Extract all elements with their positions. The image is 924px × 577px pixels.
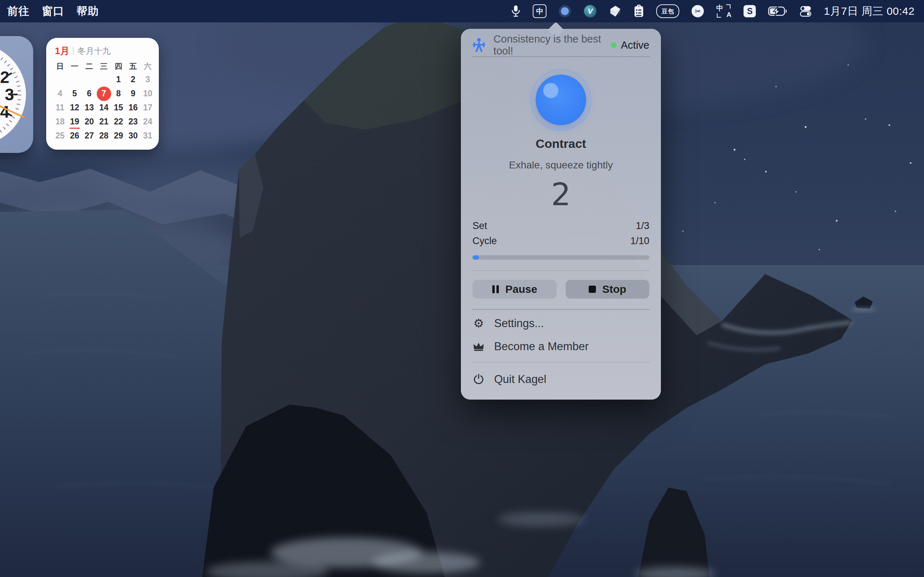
set-stat-row: Set 1/3 (472, 219, 649, 234)
controls-row: Pause Stop (472, 280, 649, 298)
quit-label: Quit Kagel (494, 373, 546, 386)
become-member-menu-item[interactable]: Become a Member (472, 337, 649, 357)
popover-header: Consistency is the best tool! Active (472, 34, 649, 56)
calendar-day: 25 (53, 129, 68, 143)
breath-circle-highlight (543, 83, 558, 98)
input-method-icon[interactable]: 中 (533, 4, 546, 18)
weekday-tue: 二 (82, 60, 97, 73)
cube-app-icon[interactable] (609, 5, 622, 17)
calendar-day: 12 (68, 101, 82, 115)
cycle-value: 1/10 (630, 235, 649, 247)
stop-button[interactable]: Stop (565, 280, 650, 298)
menu-bar-status-items: 中 V 豆包 ✂ 中 A S 1月7日 周三 00:42 (511, 0, 914, 23)
calendar-grid: 日 一 二 三 四 五 六 1 2 3 4 5 6 7 8 9 10 11 12… (53, 60, 152, 143)
calendar-day: 10 (141, 87, 155, 101)
weekday-mon: 一 (68, 60, 82, 73)
clock-number-3: 3 (5, 85, 14, 104)
session-progress-fill (472, 255, 479, 259)
microphone-icon[interactable] (511, 5, 520, 18)
calendar-day: 11 (53, 101, 68, 115)
phase-label: Contract (472, 135, 649, 152)
s-app-label: S (747, 6, 753, 16)
calendar-day: 16 (126, 101, 141, 115)
weightlifter-icon (472, 37, 485, 53)
kagel-menubar-icon[interactable] (559, 5, 571, 17)
menu-bar-menus: 前往 窗口 帮助 (0, 4, 99, 19)
calendar-widget[interactable]: 1月 冬月十九 日 一 二 三 四 五 六 1 2 3 4 5 6 7 8 9 … (46, 38, 159, 150)
weekday-sun: 日 (53, 60, 68, 73)
menu-window[interactable]: 窗口 (42, 4, 64, 19)
calendar-day: 3 (141, 73, 155, 87)
settings-menu-item[interactable]: ⚙ Settings... (472, 313, 649, 334)
calendar-day: 18 (53, 115, 68, 129)
calendar-separator (73, 47, 74, 55)
menu-bar: 前往 窗口 帮助 中 V 豆包 ✂ 中 A S 1月7日 周三 00:42 (0, 0, 924, 23)
divider (472, 271, 650, 271)
calendar-day: 21 (97, 115, 111, 129)
v-app-icon[interactable]: V (583, 4, 597, 18)
weekday-wed: 三 (97, 60, 111, 73)
translate-icon[interactable]: 中 A (716, 4, 731, 18)
calendar-day: 4 (53, 87, 68, 101)
divider (472, 309, 650, 310)
calendar-day: 13 (82, 101, 97, 115)
calendar-day (53, 73, 68, 87)
translate-secondary-label: A (727, 11, 732, 19)
clipboard-app-icon[interactable] (634, 5, 644, 18)
pause-icon (492, 285, 499, 294)
calendar-day: 5 (68, 87, 82, 101)
translate-primary-label: 中 (716, 3, 723, 13)
become-member-label: Become a Member (494, 340, 589, 353)
calendar-day: 14 (97, 101, 111, 115)
quit-menu-item[interactable]: Quit Kagel (472, 369, 649, 390)
gear-icon: ⚙ (472, 318, 485, 329)
clock-widget[interactable]: 2 3 4 (0, 36, 33, 153)
calendar-header: 1月 冬月十九 (55, 45, 152, 56)
calendar-day-marked: 19 (68, 115, 82, 129)
calendar-day: 31 (141, 129, 155, 143)
doubao-label: 豆包 (661, 7, 674, 16)
weekday-fri: 五 (126, 60, 141, 73)
calendar-month: 1月 (55, 45, 69, 57)
v-app-label: V (588, 7, 593, 16)
divider (472, 362, 650, 363)
session-progress-bar (472, 255, 649, 259)
calendar-day: 9 (126, 87, 141, 101)
menu-help[interactable]: 帮助 (76, 4, 99, 19)
calendar-day: 1 (111, 73, 126, 87)
control-center-icon[interactable] (800, 5, 811, 17)
set-label: Set (472, 220, 487, 232)
doubao-icon[interactable]: 豆包 (656, 4, 679, 18)
pause-button[interactable]: Pause (472, 280, 557, 298)
settings-label: Settings... (494, 317, 544, 330)
breath-circle (536, 75, 586, 125)
crown-icon (472, 342, 485, 351)
calendar-day (68, 73, 82, 87)
battery-charging-icon[interactable] (768, 6, 788, 16)
status-badge: Active (611, 39, 649, 51)
calendar-day: 29 (111, 129, 126, 143)
power-icon (472, 374, 485, 385)
weekday-thu: 四 (111, 60, 126, 73)
calendar-day: 2 (126, 73, 141, 87)
countdown-number: 2 (472, 174, 649, 214)
calendar-day: 6 (82, 87, 97, 101)
cycle-stat-row: Cycle 1/10 (472, 234, 649, 249)
s-app-icon[interactable]: S (743, 5, 756, 17)
calendar-day: 27 (82, 129, 97, 143)
scissors-icon[interactable]: ✂ (691, 5, 704, 17)
calendar-day: 28 (97, 129, 111, 143)
clock-number-4: 4 (0, 102, 10, 121)
active-status-label: Active (621, 39, 649, 51)
menu-bar-clock[interactable]: 1月7日 周三 00:42 (824, 4, 914, 19)
set-value: 1/3 (636, 220, 649, 232)
calendar-lunar-date: 冬月十九 (77, 45, 110, 56)
stop-icon (588, 285, 596, 293)
menu-go[interactable]: 前往 (7, 4, 30, 19)
calendar-day (97, 73, 111, 87)
calendar-day: 20 (82, 115, 97, 129)
input-method-label: 中 (536, 6, 543, 16)
analog-clock-face: 2 3 4 (0, 36, 33, 153)
cycle-label: Cycle (472, 235, 497, 247)
weekday-sat: 六 (141, 60, 155, 73)
